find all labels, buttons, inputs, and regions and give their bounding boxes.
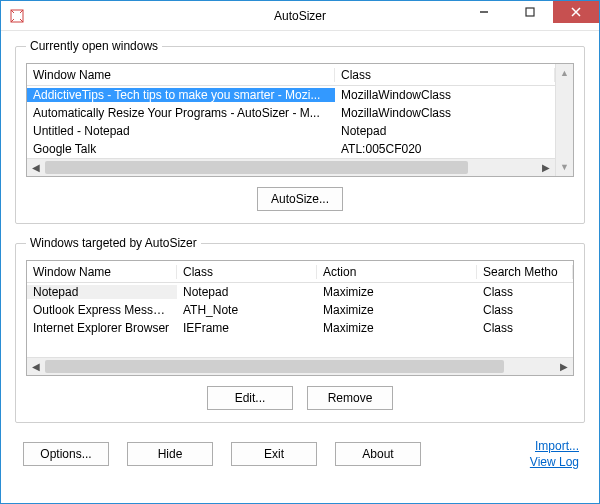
cell-class: IEFrame bbox=[177, 321, 317, 335]
cell-search-method: Class bbox=[477, 303, 573, 317]
cell-window-name: Notepad bbox=[27, 285, 177, 299]
list-item[interactable]: Internet Explorer BrowserIEFrameMaximize… bbox=[27, 319, 573, 337]
maximize-button[interactable] bbox=[507, 1, 553, 23]
scroll-right-icon[interactable]: ▶ bbox=[537, 159, 555, 176]
horizontal-scrollbar[interactable]: ◀ ▶ bbox=[27, 357, 573, 375]
targeted-windows-list[interactable]: Window Name Class Action Search Metho No… bbox=[26, 260, 574, 376]
group-targeted-windows: Windows targeted by AutoSizer Window Nam… bbox=[15, 236, 585, 423]
horizontal-scrollbar[interactable]: ◀ ▶ bbox=[27, 158, 555, 176]
cell-class: MozillaWindowClass bbox=[335, 88, 555, 102]
minimize-button[interactable] bbox=[461, 1, 507, 23]
remove-button[interactable]: Remove bbox=[307, 386, 393, 410]
cell-window-name: AddictiveTips - Tech tips to make you sm… bbox=[27, 88, 335, 102]
exit-button[interactable]: Exit bbox=[231, 442, 317, 466]
column-header[interactable]: Action bbox=[317, 265, 477, 279]
options-button[interactable]: Options... bbox=[23, 442, 109, 466]
column-header[interactable]: Class bbox=[177, 265, 317, 279]
list-item[interactable]: Outlook Express MessageATH_NoteMaximizeC… bbox=[27, 301, 573, 319]
list-item[interactable]: Untitled - NotepadNotepad bbox=[27, 122, 555, 140]
cell-class: ATH_Note bbox=[177, 303, 317, 317]
about-button[interactable]: About bbox=[335, 442, 421, 466]
scroll-up-icon[interactable]: ▲ bbox=[556, 64, 573, 82]
cell-action: Maximize bbox=[317, 303, 477, 317]
list-item[interactable]: AddictiveTips - Tech tips to make you sm… bbox=[27, 86, 555, 104]
scroll-down-icon[interactable]: ▼ bbox=[556, 158, 573, 176]
column-header[interactable]: Search Metho bbox=[477, 265, 573, 279]
cell-class: MozillaWindowClass bbox=[335, 106, 555, 120]
column-header[interactable]: Class bbox=[335, 68, 555, 82]
cell-action: Maximize bbox=[317, 321, 477, 335]
list-item[interactable]: Automatically Resize Your Programs - Aut… bbox=[27, 104, 555, 122]
close-button[interactable] bbox=[553, 1, 599, 23]
cell-window-name: Internet Explorer Browser bbox=[27, 321, 177, 335]
scroll-left-icon[interactable]: ◀ bbox=[27, 358, 45, 375]
edit-button[interactable]: Edit... bbox=[207, 386, 293, 410]
cell-window-name: Google Talk bbox=[27, 142, 335, 156]
titlebar[interactable]: AutoSizer bbox=[1, 1, 599, 31]
cell-window-name: Outlook Express Message bbox=[27, 303, 177, 317]
column-header[interactable]: Window Name bbox=[27, 265, 177, 279]
cell-search-method: Class bbox=[477, 285, 573, 299]
cell-class: Notepad bbox=[335, 124, 555, 138]
scroll-left-icon[interactable]: ◀ bbox=[27, 159, 45, 176]
group-target-legend: Windows targeted by AutoSizer bbox=[26, 236, 201, 250]
autosize-button[interactable]: AutoSize... bbox=[257, 187, 343, 211]
cell-action: Maximize bbox=[317, 285, 477, 299]
svg-rect-2 bbox=[526, 8, 534, 16]
cell-class: ATL:005CF020 bbox=[335, 142, 555, 156]
group-open-windows: Currently open windows Window Name Class… bbox=[15, 39, 585, 224]
app-icon bbox=[9, 8, 25, 24]
import-link[interactable]: Import... bbox=[530, 439, 579, 453]
cell-window-name: Untitled - Notepad bbox=[27, 124, 335, 138]
cell-search-method: Class bbox=[477, 321, 573, 335]
cell-window-name: Automatically Resize Your Programs - Aut… bbox=[27, 106, 335, 120]
viewlog-link[interactable]: View Log bbox=[530, 455, 579, 469]
list-item[interactable]: Google TalkATL:005CF020 bbox=[27, 140, 555, 158]
vertical-scrollbar[interactable]: ▲ ▼ bbox=[555, 64, 573, 176]
open-windows-list[interactable]: Window Name Class AddictiveTips - Tech t… bbox=[26, 63, 574, 177]
column-header[interactable]: Window Name bbox=[27, 68, 335, 82]
group-open-legend: Currently open windows bbox=[26, 39, 162, 53]
scroll-right-icon[interactable]: ▶ bbox=[555, 358, 573, 375]
hide-button[interactable]: Hide bbox=[127, 442, 213, 466]
cell-class: Notepad bbox=[177, 285, 317, 299]
list-item[interactable]: NotepadNotepadMaximizeClass bbox=[27, 283, 573, 301]
